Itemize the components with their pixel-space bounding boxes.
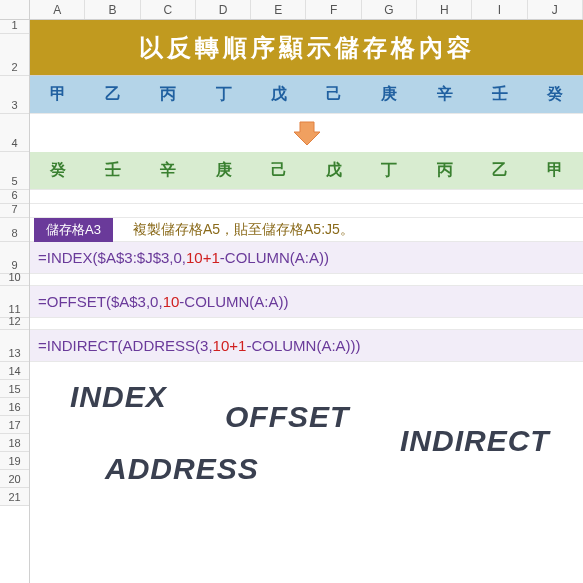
row-header: 20 (0, 470, 29, 488)
title-bar: 以反轉順序顯示儲存格內容 (30, 20, 583, 76)
cell: 己 (251, 152, 306, 189)
row-header: 6 (0, 190, 29, 204)
col-header: G (362, 0, 417, 19)
row-header: 17 (0, 416, 29, 434)
formula-highlight: 10+1 (186, 249, 220, 266)
cell: 乙 (472, 152, 527, 189)
spacer (30, 274, 583, 286)
col-header: H (417, 0, 472, 19)
cell: 癸 (30, 152, 85, 189)
cell: 己 (306, 76, 361, 113)
col-header: C (141, 0, 196, 19)
row-header: 14 (0, 362, 29, 380)
reversed-row: 癸 壬 辛 庚 己 戊 丁 丙 乙 甲 (30, 152, 583, 190)
cell: 甲 (30, 76, 85, 113)
formula-text: =INDIRECT(ADDRESS(3, (38, 337, 213, 354)
row-header: 7 (0, 204, 29, 218)
cell: 乙 (85, 76, 140, 113)
row-header: 8 (0, 218, 29, 242)
row-header: 4 (0, 114, 29, 152)
keyword-address: ADDRESS (105, 452, 259, 486)
formula-indirect: =INDIRECT(ADDRESS(3,10+1-COLUMN(A:A))) (30, 330, 583, 362)
col-header: A (30, 0, 85, 19)
row-headers: 123456789101112131415161718192021 (0, 20, 30, 583)
cell: 甲 (528, 152, 583, 189)
row-header: 2 (0, 34, 29, 76)
col-header: J (528, 0, 583, 19)
corner-cell (0, 0, 30, 19)
cell: 辛 (417, 76, 472, 113)
cell: 庚 (196, 152, 251, 189)
spacer (30, 204, 583, 218)
cell: 癸 (528, 76, 583, 113)
formula-highlight: 10 (163, 293, 180, 310)
cell: 丙 (141, 76, 196, 113)
content-area: 以反轉順序顯示儲存格內容 甲 乙 丙 丁 戊 己 庚 辛 壬 癸 癸 (30, 20, 583, 583)
note-row: 儲存格A3 複製儲存格A5，貼至儲存格A5:J5。 (30, 218, 583, 242)
col-header: B (85, 0, 140, 19)
formula-offset: =OFFSET($A$3,0,10-COLUMN(A:A)) (30, 286, 583, 318)
spacer (30, 318, 583, 330)
formula-text: -COLUMN(A:A)) (179, 293, 288, 310)
row-header: 3 (0, 76, 29, 114)
keyword-offset: OFFSET (225, 400, 349, 434)
formula-text: -COLUMN(A:A)) (220, 249, 329, 266)
formula-highlight: 10+1 (213, 337, 247, 354)
column-headers: A B C D E F G H I J (0, 0, 583, 20)
row-header: 16 (0, 398, 29, 416)
col-header: E (251, 0, 306, 19)
row-header: 13 (0, 330, 29, 362)
formula-index: =INDEX($A$3:$J$3,0,10+1-COLUMN(A:A)) (30, 242, 583, 274)
cell: 戊 (251, 76, 306, 113)
spacer (30, 190, 583, 204)
row-header: 11 (0, 286, 29, 318)
cell: 丁 (196, 76, 251, 113)
cell-label: 儲存格A3 (34, 218, 113, 242)
cell: 壬 (85, 152, 140, 189)
down-arrow-icon (292, 120, 322, 146)
col-header: D (196, 0, 251, 19)
row-header: 15 (0, 380, 29, 398)
formula-text: =INDEX($A$3:$J$3,0, (38, 249, 186, 266)
copy-note: 複製儲存格A5，貼至儲存格A5:J5。 (133, 221, 354, 239)
row-header: 19 (0, 452, 29, 470)
cell: 戊 (306, 152, 361, 189)
cell: 辛 (141, 152, 196, 189)
keyword-index: INDEX (70, 380, 167, 414)
col-header: I (472, 0, 527, 19)
cell: 壬 (472, 76, 527, 113)
col-header: F (306, 0, 361, 19)
cell: 丁 (362, 152, 417, 189)
row-header: 18 (0, 434, 29, 452)
arrow-row (30, 114, 583, 152)
title-text: 以反轉順序顯示儲存格內容 (139, 32, 475, 64)
cell: 丙 (417, 152, 472, 189)
formula-text: =OFFSET($A$3,0, (38, 293, 163, 310)
row-header: 10 (0, 274, 29, 286)
row-header: 21 (0, 488, 29, 506)
cell: 庚 (362, 76, 417, 113)
keyword-indirect: INDIRECT (400, 424, 550, 458)
original-row: 甲 乙 丙 丁 戊 己 庚 辛 壬 癸 (30, 76, 583, 114)
formula-text: -COLUMN(A:A))) (246, 337, 360, 354)
spreadsheet: A B C D E F G H I J 12345678910111213141… (0, 0, 583, 583)
row-header: 9 (0, 242, 29, 274)
row-header: 1 (0, 20, 29, 34)
row-header: 5 (0, 152, 29, 190)
row-header: 12 (0, 318, 29, 330)
